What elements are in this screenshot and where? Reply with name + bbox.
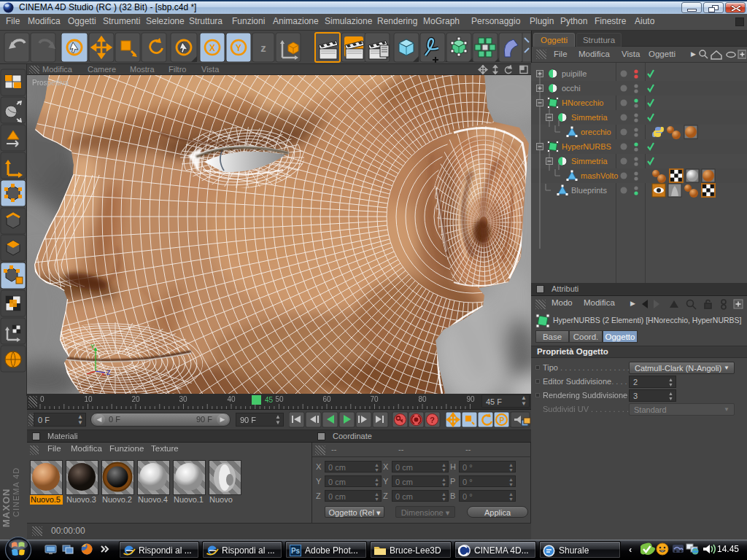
svg-text:puipille: puipille — [562, 69, 587, 78]
svg-text:z: z — [260, 42, 266, 54]
svg-text:HyperNURBS: HyperNURBS — [562, 142, 611, 151]
svg-text:occhi: occhi — [562, 84, 581, 93]
svg-text:?: ? — [430, 416, 435, 424]
svg-text:Simmetria: Simmetria — [571, 113, 608, 122]
svg-text:Prospettiva: Prospettiva — [32, 79, 69, 87]
svg-text:orecchio: orecchio — [581, 128, 611, 136]
svg-text:X: X — [101, 370, 105, 378]
svg-text:30: 30 — [179, 395, 187, 403]
svg-text:0: 0 — [40, 395, 44, 403]
svg-text:10: 10 — [84, 395, 93, 403]
svg-text:80: 80 — [418, 395, 427, 403]
svg-text:Y: Y — [236, 43, 241, 53]
svg-text:Blueprints: Blueprints — [571, 186, 607, 195]
svg-text:mashVolto: mashVolto — [581, 171, 618, 180]
svg-text:Simmetria: Simmetria — [571, 157, 608, 166]
svg-text:45: 45 — [265, 396, 274, 404]
svg-text:90: 90 — [466, 395, 475, 403]
svg-text:70: 70 — [370, 395, 379, 403]
svg-text:Z: Z — [107, 369, 111, 376]
svg-text:HNorecchio: HNorecchio — [562, 98, 603, 107]
svg-text:40: 40 — [227, 395, 236, 403]
svg-text:60: 60 — [322, 395, 331, 403]
svg-text:X: X — [209, 43, 215, 53]
svg-text:50: 50 — [275, 395, 284, 403]
svg-text:Y: Y — [90, 343, 95, 350]
svg-text:P: P — [499, 416, 504, 424]
svg-text:20: 20 — [131, 395, 140, 403]
